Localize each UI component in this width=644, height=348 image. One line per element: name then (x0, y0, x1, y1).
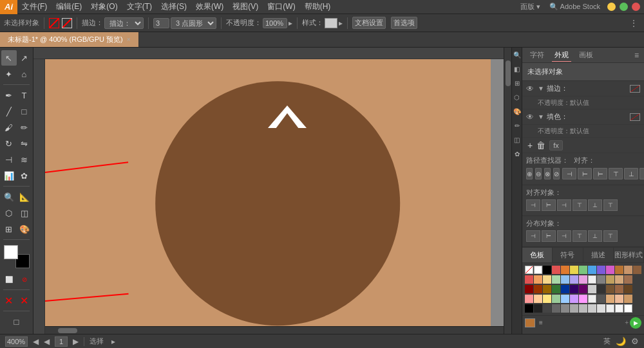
swatch-r9[interactable] (624, 266, 632, 274)
status-gear[interactable]: ⚙ (631, 336, 639, 346)
s4-10[interactable] (606, 295, 614, 303)
tab-character[interactable]: 字符 (527, 49, 547, 62)
s2-5[interactable] (561, 275, 569, 284)
s2-10[interactable] (606, 275, 614, 284)
fill-swatch-box[interactable] (630, 113, 640, 121)
panel-icon-gradient[interactable]: ◫ (513, 135, 522, 144)
align-hcenter-btn[interactable]: ⊢ (578, 168, 592, 179)
pen-opt-2[interactable]: ✕ (17, 293, 32, 308)
align-obj-bottom[interactable]: ⊤ (603, 199, 618, 211)
artboard-prev[interactable]: ◀ (44, 337, 50, 346)
sg-1[interactable] (525, 304, 533, 313)
s4-4[interactable] (552, 295, 560, 303)
swatch-r4[interactable] (579, 266, 587, 274)
status-moon[interactable]: 🌙 (616, 336, 626, 346)
menu-effect[interactable]: 效果(W) (191, 0, 228, 14)
align-obj-left[interactable]: ⊣ (526, 199, 540, 211)
exclude-btn[interactable]: ⊘ (553, 168, 560, 179)
swatch-r2[interactable] (561, 266, 569, 274)
doc-settings-btn[interactable]: 文档设置 (352, 17, 386, 29)
cp-tab-symbols[interactable]: 符号 (553, 248, 583, 262)
magic-wand-tool[interactable]: ✦ (1, 66, 17, 82)
s2-7[interactable] (579, 275, 587, 284)
measure-tool[interactable]: 📐 (17, 189, 32, 205)
sg-4[interactable] (552, 304, 560, 313)
swatch-white[interactable] (534, 266, 542, 274)
s4-1[interactable] (525, 295, 533, 303)
paint-tool[interactable]: 🎨 (17, 221, 32, 237)
menu-edit[interactable]: 编辑(E) (52, 0, 86, 14)
fill-mode-btn[interactable]: ⬜ (1, 271, 17, 287)
stroke-swatch[interactable] (62, 18, 72, 28)
artboard-number[interactable] (55, 336, 68, 347)
pen-opt-1[interactable]: ✕ (1, 293, 17, 308)
stroke-visibility-eye[interactable]: 👁 (526, 84, 535, 93)
win-close-btn[interactable] (632, 3, 640, 11)
opacity-expand[interactable]: ▸ (289, 19, 292, 28)
mesh-tool[interactable]: ⊞ (1, 221, 17, 237)
panel-icon-color[interactable]: 🎨 (513, 107, 522, 116)
distrib-top[interactable]: ⊤ (573, 230, 587, 242)
align-top-btn[interactable]: ⊤ (609, 168, 623, 179)
swatch-r8[interactable] (615, 266, 623, 274)
swatch-r7[interactable] (606, 266, 614, 274)
fx-remove-btn[interactable]: 🗑 (536, 140, 545, 151)
artboard-next[interactable]: ▶ (73, 337, 79, 346)
document-tab[interactable]: 未标题-1* @ 400% (RGB/GPU 预览) × (0, 32, 139, 47)
stroke-select[interactable]: 描边： (104, 17, 144, 29)
shape-tool[interactable]: □ (17, 104, 32, 119)
fg-color-box[interactable] (4, 245, 18, 259)
s2-4[interactable] (552, 275, 560, 284)
minus-front-btn[interactable]: ⊖ (535, 168, 542, 179)
tab-appearance[interactable]: 外观 (552, 49, 571, 62)
fill-visibility-eye[interactable]: 👁 (526, 113, 535, 122)
sg-2[interactable] (534, 304, 542, 313)
graph-tool[interactable]: 📊 (1, 168, 17, 183)
swatch-r5[interactable] (588, 266, 596, 274)
select-tool[interactable]: ↖ (1, 50, 17, 66)
distrib-left[interactable]: ⊣ (526, 230, 540, 242)
align-vcenter-btn[interactable]: ⊥ (624, 168, 638, 179)
s4-5[interactable] (561, 295, 569, 303)
zoom-input[interactable] (5, 336, 28, 347)
sg-7[interactable] (579, 304, 587, 313)
swatch-r3[interactable] (570, 266, 578, 274)
stroke-expand[interactable]: ▼ (538, 85, 544, 92)
panel-right-btn[interactable]: ⋮ (630, 19, 638, 28)
s3-3[interactable] (543, 285, 551, 293)
rotate-tool[interactable]: ↻ (1, 136, 17, 151)
distrib-hcenter[interactable]: ⊢ (542, 230, 556, 242)
eyedropper-tool[interactable]: 🔍 (1, 189, 17, 205)
s3-11[interactable] (615, 285, 623, 293)
sg-8[interactable] (588, 304, 596, 313)
s4-2[interactable] (534, 295, 542, 303)
distrib-vcenter[interactable]: ⊥ (588, 230, 602, 242)
s2-1[interactable] (525, 275, 533, 284)
s2-6[interactable] (570, 275, 578, 284)
s4-3[interactable] (543, 295, 551, 303)
pen-tool[interactable]: ✒ (1, 87, 17, 103)
panel-icon-symbols[interactable]: ✿ (513, 149, 522, 158)
distrib-bottom[interactable]: ⊤ (603, 230, 618, 242)
prefs-btn[interactable]: 首选项 (391, 17, 417, 29)
menu-view[interactable]: 视图(V) (228, 0, 263, 14)
sg-6[interactable] (570, 304, 578, 313)
pencil-tool[interactable]: ✏ (17, 120, 32, 135)
s2-12[interactable] (624, 275, 632, 284)
swatch-r6[interactable] (597, 266, 605, 274)
s3-8[interactable] (588, 285, 596, 293)
sg-5[interactable] (561, 304, 569, 313)
lasso-tool[interactable]: ⌂ (17, 66, 32, 82)
panel-icon-layers[interactable]: ◧ (513, 64, 522, 73)
s4-8[interactable] (588, 295, 596, 303)
sg-12[interactable] (624, 304, 632, 313)
distrib-right[interactable]: ⊣ (557, 230, 571, 242)
swatch-none[interactable] (525, 266, 533, 274)
align-left-btn[interactable]: ⊣ (562, 168, 576, 179)
swatch-r10[interactable] (633, 266, 641, 274)
s3-4[interactable] (552, 285, 560, 293)
panel-menu[interactable]: 面版 ▾ (517, 2, 544, 12)
s3-10[interactable] (606, 285, 614, 293)
s4-7[interactable] (579, 295, 587, 303)
align-obj-hcenter[interactable]: ⊢ (542, 199, 556, 211)
